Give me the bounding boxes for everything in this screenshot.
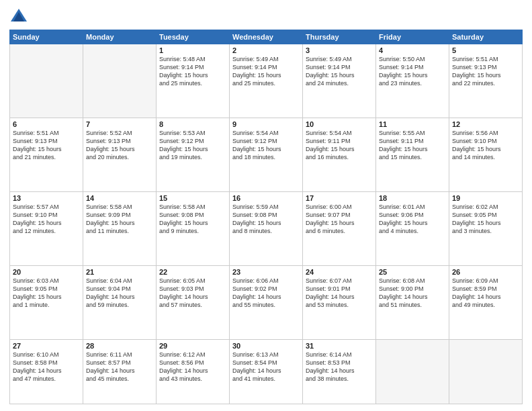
day-number: 17 xyxy=(306,194,373,202)
day-number: 22 xyxy=(159,268,226,276)
day-number: 18 xyxy=(379,194,446,202)
calendar-day-header: Saturday xyxy=(449,30,523,44)
day-info: Sunrise: 6:08 AM Sunset: 9:00 PM Dayligh… xyxy=(379,277,446,310)
day-number: 20 xyxy=(13,268,80,276)
calendar-day-cell: 19Sunrise: 6:02 AM Sunset: 9:05 PM Dayli… xyxy=(449,191,523,265)
day-info: Sunrise: 6:03 AM Sunset: 9:05 PM Dayligh… xyxy=(13,277,80,310)
calendar-day-cell: 14Sunrise: 5:58 AM Sunset: 9:09 PM Dayli… xyxy=(83,191,157,265)
calendar-day-cell: 13Sunrise: 5:57 AM Sunset: 9:10 PM Dayli… xyxy=(10,191,83,265)
day-number: 8 xyxy=(159,120,226,128)
day-info: Sunrise: 6:14 AM Sunset: 8:53 PM Dayligh… xyxy=(306,351,373,383)
day-info: Sunrise: 6:12 AM Sunset: 8:56 PM Dayligh… xyxy=(159,351,226,383)
day-info: Sunrise: 5:59 AM Sunset: 9:08 PM Dayligh… xyxy=(232,203,300,236)
day-number: 21 xyxy=(86,268,153,276)
calendar-day-cell xyxy=(449,339,523,404)
calendar-week-row: 1Sunrise: 5:48 AM Sunset: 9:14 PM Daylig… xyxy=(10,44,523,118)
day-info: Sunrise: 6:11 AM Sunset: 8:57 PM Dayligh… xyxy=(86,351,153,383)
calendar-header-row: SundayMondayTuesdayWednesdayThursdayFrid… xyxy=(10,30,523,44)
calendar-day-header: Wednesday xyxy=(230,30,303,44)
day-info: Sunrise: 5:54 AM Sunset: 9:12 PM Dayligh… xyxy=(232,129,300,162)
calendar-day-cell: 16Sunrise: 5:59 AM Sunset: 9:08 PM Dayli… xyxy=(230,191,303,265)
day-info: Sunrise: 5:56 AM Sunset: 9:10 PM Dayligh… xyxy=(452,129,519,162)
day-number: 6 xyxy=(13,120,80,128)
day-info: Sunrise: 6:07 AM Sunset: 9:01 PM Dayligh… xyxy=(306,277,373,310)
logo xyxy=(9,7,31,26)
calendar-day-cell: 28Sunrise: 6:11 AM Sunset: 8:57 PM Dayli… xyxy=(83,339,157,404)
day-number: 25 xyxy=(379,268,446,276)
calendar-day-cell: 17Sunrise: 6:00 AM Sunset: 9:07 PM Dayli… xyxy=(303,191,376,265)
calendar-day-cell: 26Sunrise: 6:09 AM Sunset: 8:59 PM Dayli… xyxy=(449,265,523,339)
day-number: 16 xyxy=(232,194,300,202)
day-info: Sunrise: 5:58 AM Sunset: 9:08 PM Dayligh… xyxy=(159,203,226,236)
logo-icon xyxy=(9,7,28,26)
day-info: Sunrise: 5:50 AM Sunset: 9:14 PM Dayligh… xyxy=(379,55,446,88)
day-info: Sunrise: 6:06 AM Sunset: 9:02 PM Dayligh… xyxy=(232,277,300,310)
day-info: Sunrise: 5:52 AM Sunset: 9:13 PM Dayligh… xyxy=(86,129,153,162)
day-number: 24 xyxy=(306,268,373,276)
day-info: Sunrise: 6:05 AM Sunset: 9:03 PM Dayligh… xyxy=(159,277,226,310)
calendar-day-cell: 9Sunrise: 5:54 AM Sunset: 9:12 PM Daylig… xyxy=(230,118,303,191)
day-number: 14 xyxy=(86,194,153,202)
day-info: Sunrise: 5:53 AM Sunset: 9:12 PM Dayligh… xyxy=(159,129,226,162)
day-info: Sunrise: 6:00 AM Sunset: 9:07 PM Dayligh… xyxy=(306,203,373,236)
calendar-day-cell: 18Sunrise: 6:01 AM Sunset: 9:06 PM Dayli… xyxy=(376,191,449,265)
calendar-day-cell: 11Sunrise: 5:55 AM Sunset: 9:11 PM Dayli… xyxy=(376,118,449,191)
calendar-day-header: Tuesday xyxy=(157,30,230,44)
day-info: Sunrise: 5:55 AM Sunset: 9:11 PM Dayligh… xyxy=(379,129,446,162)
day-number: 28 xyxy=(86,342,153,350)
calendar-day-cell: 4Sunrise: 5:50 AM Sunset: 9:14 PM Daylig… xyxy=(376,44,449,118)
day-info: Sunrise: 5:48 AM Sunset: 9:14 PM Dayligh… xyxy=(159,55,226,88)
day-number: 7 xyxy=(86,120,153,128)
calendar-day-header: Monday xyxy=(83,30,157,44)
day-number: 2 xyxy=(232,46,300,54)
calendar-week-row: 20Sunrise: 6:03 AM Sunset: 9:05 PM Dayli… xyxy=(10,265,523,339)
calendar-day-cell: 27Sunrise: 6:10 AM Sunset: 8:58 PM Dayli… xyxy=(10,339,83,404)
calendar-day-cell: 6Sunrise: 5:51 AM Sunset: 9:13 PM Daylig… xyxy=(10,118,83,191)
calendar-day-cell: 23Sunrise: 6:06 AM Sunset: 9:02 PM Dayli… xyxy=(230,265,303,339)
calendar-day-cell: 24Sunrise: 6:07 AM Sunset: 9:01 PM Dayli… xyxy=(303,265,376,339)
calendar-day-header: Thursday xyxy=(303,30,376,44)
day-info: Sunrise: 6:13 AM Sunset: 8:54 PM Dayligh… xyxy=(232,351,300,383)
day-number: 5 xyxy=(452,46,519,54)
calendar-day-cell: 29Sunrise: 6:12 AM Sunset: 8:56 PM Dayli… xyxy=(157,339,230,404)
day-info: Sunrise: 5:57 AM Sunset: 9:10 PM Dayligh… xyxy=(13,203,80,236)
day-number: 9 xyxy=(232,120,300,128)
day-number: 15 xyxy=(159,194,226,202)
day-number: 4 xyxy=(379,46,446,54)
day-info: Sunrise: 6:04 AM Sunset: 9:04 PM Dayligh… xyxy=(86,277,153,310)
page: SundayMondayTuesdayWednesdayThursdayFrid… xyxy=(0,0,532,411)
calendar-day-cell: 21Sunrise: 6:04 AM Sunset: 9:04 PM Dayli… xyxy=(83,265,157,339)
calendar-day-cell: 25Sunrise: 6:08 AM Sunset: 9:00 PM Dayli… xyxy=(376,265,449,339)
day-number: 29 xyxy=(159,342,226,350)
day-number: 26 xyxy=(452,268,519,276)
day-number: 19 xyxy=(452,194,519,202)
calendar-day-cell xyxy=(83,44,157,118)
calendar-day-cell: 10Sunrise: 5:54 AM Sunset: 9:11 PM Dayli… xyxy=(303,118,376,191)
calendar-day-cell: 22Sunrise: 6:05 AM Sunset: 9:03 PM Dayli… xyxy=(157,265,230,339)
day-info: Sunrise: 6:01 AM Sunset: 9:06 PM Dayligh… xyxy=(379,203,446,236)
header xyxy=(9,7,523,26)
day-number: 11 xyxy=(379,120,446,128)
calendar-day-cell: 20Sunrise: 6:03 AM Sunset: 9:05 PM Dayli… xyxy=(10,265,83,339)
day-number: 10 xyxy=(306,120,373,128)
day-info: Sunrise: 5:49 AM Sunset: 9:14 PM Dayligh… xyxy=(232,55,300,88)
day-info: Sunrise: 5:58 AM Sunset: 9:09 PM Dayligh… xyxy=(86,203,153,236)
day-info: Sunrise: 5:49 AM Sunset: 9:14 PM Dayligh… xyxy=(306,55,373,88)
calendar-day-cell: 31Sunrise: 6:14 AM Sunset: 8:53 PM Dayli… xyxy=(303,339,376,404)
calendar-day-cell: 2Sunrise: 5:49 AM Sunset: 9:14 PM Daylig… xyxy=(230,44,303,118)
calendar-week-row: 27Sunrise: 6:10 AM Sunset: 8:58 PM Dayli… xyxy=(10,339,523,404)
calendar-day-cell: 30Sunrise: 6:13 AM Sunset: 8:54 PM Dayli… xyxy=(230,339,303,404)
day-number: 1 xyxy=(159,46,226,54)
day-number: 12 xyxy=(452,120,519,128)
calendar-day-cell xyxy=(10,44,83,118)
day-info: Sunrise: 6:10 AM Sunset: 8:58 PM Dayligh… xyxy=(13,351,80,383)
day-number: 13 xyxy=(13,194,80,202)
day-number: 31 xyxy=(306,342,373,350)
calendar-day-cell: 8Sunrise: 5:53 AM Sunset: 9:12 PM Daylig… xyxy=(157,118,230,191)
calendar-day-header: Friday xyxy=(376,30,449,44)
calendar-day-cell: 3Sunrise: 5:49 AM Sunset: 9:14 PM Daylig… xyxy=(303,44,376,118)
calendar-day-cell: 7Sunrise: 5:52 AM Sunset: 9:13 PM Daylig… xyxy=(83,118,157,191)
day-info: Sunrise: 5:51 AM Sunset: 9:13 PM Dayligh… xyxy=(452,55,519,88)
calendar-day-cell: 5Sunrise: 5:51 AM Sunset: 9:13 PM Daylig… xyxy=(449,44,523,118)
calendar-week-row: 13Sunrise: 5:57 AM Sunset: 9:10 PM Dayli… xyxy=(10,191,523,265)
